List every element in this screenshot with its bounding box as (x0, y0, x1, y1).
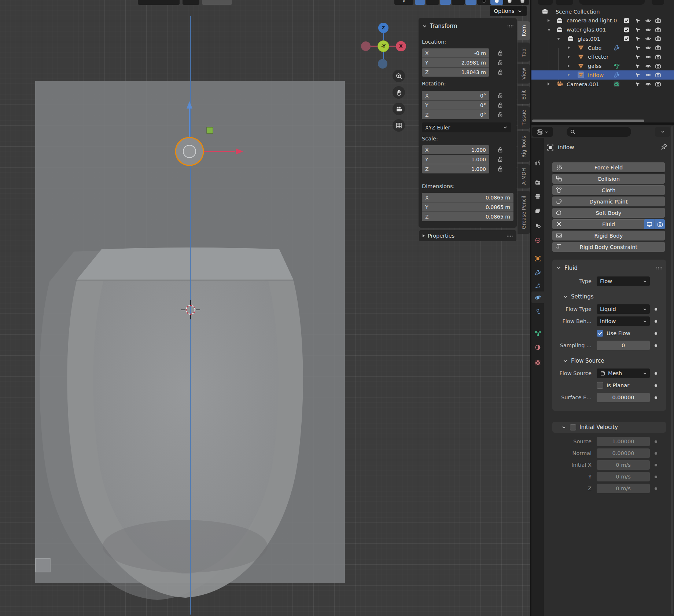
gizmo-x-ball[interactable]: X (396, 41, 406, 51)
wrench-icon[interactable] (614, 72, 620, 78)
navigation-gizmo[interactable]: Z X -Y (360, 21, 407, 70)
surface-emission-field[interactable]: 0.00000 (597, 393, 650, 402)
fluid-realtime-toggle[interactable] (644, 219, 655, 229)
disclosure-down-icon[interactable] (548, 29, 550, 31)
decorator-dot[interactable] (655, 396, 657, 399)
outliner-display-mode-button[interactable] (538, 0, 553, 5)
soft-body-button[interactable]: Soft Body (552, 208, 665, 218)
options-button[interactable]: Options (490, 6, 527, 16)
dimension-y-field[interactable]: Y0.0865 m (422, 202, 513, 212)
sampling-substeps-field[interactable]: 0 (597, 341, 650, 350)
decorator-dot[interactable] (655, 384, 657, 387)
fluid-panel-header[interactable]: Fluid (552, 263, 666, 273)
decorator-dot[interactable] (655, 308, 657, 311)
rotation-z-field[interactable]: Z0° (422, 110, 489, 119)
properties-editor[interactable]: inflow Force FieldCollisionClothDynamic … (531, 125, 674, 616)
editor-type-button[interactable] (532, 127, 553, 137)
pan-button[interactable] (393, 86, 405, 99)
outliner-row-scene-collection[interactable]: Scene Collection (531, 7, 674, 16)
flow-source-dropdown[interactable]: Mesh (597, 368, 650, 378)
checkbox-icon[interactable] (623, 36, 630, 42)
camera-view-button[interactable] (393, 103, 405, 115)
flow-source-subpanel-header[interactable]: Flow Source (552, 356, 666, 366)
tab-texture[interactable] (531, 357, 544, 368)
sidebar-tab-tool[interactable]: Tool (518, 43, 530, 62)
properties-collapsed-panel[interactable]: Properties (419, 230, 516, 241)
decorator-dot[interactable] (655, 372, 657, 375)
outliner-new-collection-button[interactable] (556, 0, 573, 5)
fluid-button[interactable]: Fluid (552, 219, 665, 229)
disclosure-right-icon[interactable] (548, 82, 550, 85)
hide-render-toggle[interactable] (655, 72, 661, 78)
corner-plane-face[interactable] (36, 558, 50, 572)
disclosure-right-icon[interactable] (568, 55, 570, 58)
scale-y-field[interactable]: Y1.000 (422, 155, 489, 164)
hide-viewport-toggle[interactable] (645, 27, 651, 33)
sidebar-tab-edit[interactable]: Edit (518, 86, 530, 104)
selectable-toggle[interactable] (635, 54, 641, 60)
pivot-dropdown-button[interactable]: ▾ (394, 0, 413, 5)
outliner-horizontal-scrollbar[interactable] (532, 120, 644, 122)
effector-handle[interactable] (207, 127, 213, 133)
decorator-dot[interactable] (655, 344, 657, 347)
pin-icon[interactable] (660, 143, 668, 150)
rotation-mode-dropdown[interactable]: XYZ Euler (422, 122, 511, 132)
selectable-toggle[interactable] (635, 27, 641, 33)
outliner-row-camera-001[interactable]: Camera.001 (531, 80, 674, 89)
fluid-render-toggle[interactable] (655, 219, 665, 229)
selectable-toggle[interactable] (635, 81, 641, 87)
sidebar-tab-a-mdh[interactable]: A-MDH (518, 164, 530, 188)
toggle-grid-button[interactable] (393, 119, 405, 132)
tab-output[interactable] (531, 190, 544, 202)
lock-open-icon[interactable] (497, 146, 504, 153)
initial-velocity-checkbox[interactable] (570, 424, 576, 430)
hide-render-toggle[interactable] (655, 81, 661, 87)
value-field[interactable]: 0.00000 (597, 448, 650, 458)
settings-subpanel-header[interactable]: Settings (552, 292, 666, 301)
shading-rendered-icon[interactable] (516, 0, 529, 5)
decorator-dot[interactable] (655, 332, 657, 335)
lock-open-icon[interactable] (497, 165, 504, 172)
force-field-button[interactable]: Force Field (552, 162, 665, 172)
rigid-body-constraint-button[interactable]: Rigid Body Constraint (552, 242, 665, 252)
tab-particles[interactable] (531, 280, 544, 292)
rigid-body-button[interactable]: Rigid Body (552, 231, 665, 241)
sidebar-tab-item[interactable]: Item (518, 21, 530, 40)
collision-button[interactable]: Collision (552, 174, 665, 184)
fluid-type-dropdown[interactable]: Flow (597, 276, 650, 286)
sidebar-tab-grease-pencil[interactable]: Grease Pencil (518, 191, 530, 234)
decorator-dot[interactable] (655, 476, 657, 478)
value-field[interactable]: 0 m/s (597, 484, 650, 493)
disclosure-right-icon[interactable] (568, 65, 570, 67)
selectable-toggle[interactable] (635, 72, 641, 78)
outliner-row-galss[interactable]: galss (531, 62, 674, 71)
value-field[interactable]: 1.00000 (597, 437, 650, 446)
scale-x-field[interactable]: X1.000 (422, 145, 489, 154)
hide-render-toggle[interactable] (655, 18, 661, 24)
outliner-row-effecter[interactable]: effecter (531, 52, 674, 62)
wrench-icon[interactable] (614, 45, 620, 51)
gizmo-neg-y-ball[interactable]: -Y (377, 40, 389, 52)
xray-toggle[interactable] (465, 0, 476, 5)
disclosure-right-icon[interactable] (568, 73, 570, 76)
hide-viewport-toggle[interactable] (645, 54, 651, 60)
shading-material-icon[interactable] (503, 0, 516, 5)
rotation-y-field[interactable]: Y0° (422, 100, 489, 110)
snap-settings-button[interactable] (202, 0, 232, 5)
disclosure-right-icon[interactable] (568, 46, 570, 49)
tab-constraints[interactable] (531, 305, 544, 317)
gizmo-z-ball[interactable]: Z (378, 23, 388, 33)
panel-grip-icon[interactable] (656, 265, 662, 271)
properties-search-input[interactable] (567, 127, 631, 137)
transform-orientation-button[interactable] (138, 0, 180, 5)
meshdata-icon[interactable] (614, 63, 620, 69)
location-y-field[interactable]: Y-2.0981 m (422, 58, 489, 67)
selectable-toggle[interactable] (635, 63, 641, 69)
flow-behavior-dropdown[interactable]: Inflow (597, 316, 650, 326)
hide-render-toggle[interactable] (655, 54, 661, 60)
location-x-field[interactable]: X-0 m (422, 48, 489, 58)
hide-render-toggle[interactable] (655, 27, 661, 33)
selectable-toggle[interactable] (635, 45, 641, 51)
dimension-z-field[interactable]: Z0.0865 m (422, 212, 513, 221)
lock-open-icon[interactable] (497, 156, 504, 163)
